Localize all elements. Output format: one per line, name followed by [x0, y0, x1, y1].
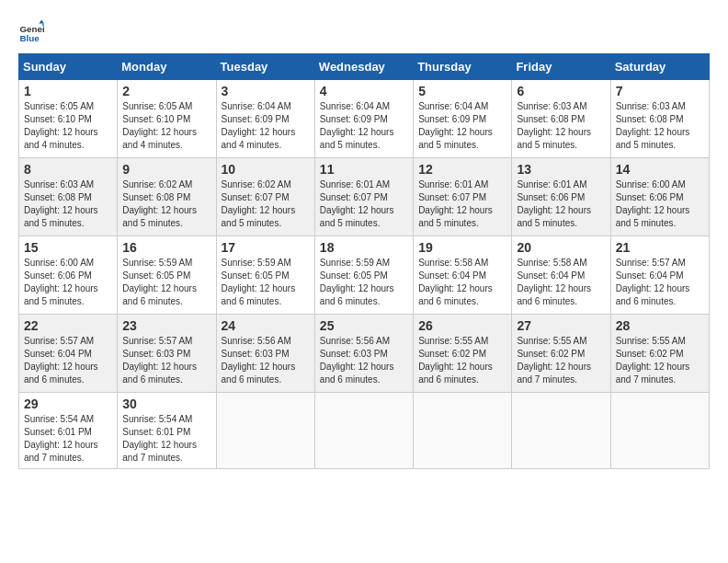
- calendar-cell: 15 Sunrise: 6:00 AM Sunset: 6:06 PM Dayl…: [19, 236, 118, 315]
- day-number: 14: [616, 162, 704, 177]
- calendar-cell: [512, 393, 610, 469]
- calendar-cell: 14 Sunrise: 6:00 AM Sunset: 6:06 PM Dayl…: [610, 158, 709, 236]
- calendar-cell: 22 Sunrise: 5:57 AM Sunset: 6:04 PM Dayl…: [19, 315, 118, 393]
- day-number: 5: [418, 84, 506, 98]
- day-number: 23: [122, 318, 210, 333]
- calendar-cell: 21 Sunrise: 5:57 AM Sunset: 6:04 PM Dayl…: [610, 236, 709, 315]
- day-info: Sunrise: 5:57 AM Sunset: 6:04 PM Dayligh…: [616, 257, 704, 308]
- calendar-cell: 26 Sunrise: 5:55 AM Sunset: 6:02 PM Dayl…: [414, 315, 512, 393]
- day-info: Sunrise: 5:55 AM Sunset: 6:02 PM Dayligh…: [517, 335, 605, 386]
- week-row-4: 22 Sunrise: 5:57 AM Sunset: 6:04 PM Dayl…: [19, 315, 710, 393]
- header-tuesday: Tuesday: [216, 54, 314, 80]
- day-number: 13: [517, 162, 605, 177]
- day-number: 6: [517, 84, 605, 98]
- day-info: Sunrise: 5:57 AM Sunset: 6:04 PM Dayligh…: [24, 335, 112, 386]
- week-row-1: 1 Sunrise: 6:05 AM Sunset: 6:10 PM Dayli…: [19, 80, 710, 158]
- day-number: 21: [616, 240, 704, 255]
- day-number: 11: [320, 162, 408, 177]
- calendar-cell: 11 Sunrise: 6:01 AM Sunset: 6:07 PM Dayl…: [314, 158, 413, 236]
- day-number: 7: [616, 84, 704, 98]
- header-monday: Monday: [118, 54, 216, 80]
- calendar-cell: 5 Sunrise: 6:04 AM Sunset: 6:09 PM Dayli…: [414, 80, 512, 158]
- day-info: Sunrise: 6:04 AM Sunset: 6:09 PM Dayligh…: [222, 100, 310, 152]
- calendar-cell: 19 Sunrise: 5:58 AM Sunset: 6:04 PM Dayl…: [414, 236, 512, 315]
- day-info: Sunrise: 5:55 AM Sunset: 6:02 PM Dayligh…: [418, 335, 506, 386]
- calendar-cell: [414, 393, 512, 469]
- day-number: 16: [122, 240, 210, 255]
- day-number: 9: [122, 162, 210, 177]
- svg-text:Blue: Blue: [19, 33, 40, 43]
- day-info: Sunrise: 6:05 AM Sunset: 6:10 PM Dayligh…: [122, 100, 210, 152]
- day-info: Sunrise: 6:04 AM Sunset: 6:09 PM Dayligh…: [418, 100, 506, 152]
- day-info: Sunrise: 6:01 AM Sunset: 6:06 PM Dayligh…: [517, 178, 605, 230]
- day-info: Sunrise: 5:55 AM Sunset: 6:02 PM Dayligh…: [616, 335, 704, 386]
- page-header: General Blue: [18, 18, 710, 44]
- day-number: 12: [418, 162, 506, 177]
- calendar-cell: 7 Sunrise: 6:03 AM Sunset: 6:08 PM Dayli…: [610, 80, 709, 158]
- calendar-cell: 2 Sunrise: 6:05 AM Sunset: 6:10 PM Dayli…: [118, 80, 216, 158]
- day-info: Sunrise: 5:58 AM Sunset: 6:04 PM Dayligh…: [418, 257, 506, 308]
- day-number: 24: [222, 318, 310, 333]
- calendar-cell: 6 Sunrise: 6:03 AM Sunset: 6:08 PM Dayli…: [512, 80, 610, 158]
- header-thursday: Thursday: [414, 54, 512, 80]
- day-number: 28: [616, 318, 704, 333]
- svg-marker-2: [39, 19, 44, 23]
- header-saturday: Saturday: [610, 54, 709, 80]
- calendar-cell: 1 Sunrise: 6:05 AM Sunset: 6:10 PM Dayli…: [19, 80, 118, 158]
- week-row-5: 29 Sunrise: 5:54 AM Sunset: 6:01 PM Dayl…: [19, 393, 710, 469]
- day-info: Sunrise: 6:05 AM Sunset: 6:10 PM Dayligh…: [24, 100, 112, 152]
- logo-icon: General Blue: [18, 18, 44, 44]
- calendar-cell: 12 Sunrise: 6:01 AM Sunset: 6:07 PM Dayl…: [414, 158, 512, 236]
- calendar-cell: 17 Sunrise: 5:59 AM Sunset: 6:05 PM Dayl…: [216, 236, 314, 315]
- header-sunday: Sunday: [19, 54, 118, 80]
- day-info: Sunrise: 5:56 AM Sunset: 6:03 PM Dayligh…: [222, 335, 310, 386]
- day-info: Sunrise: 6:00 AM Sunset: 6:06 PM Dayligh…: [24, 257, 112, 308]
- calendar-cell: 25 Sunrise: 5:56 AM Sunset: 6:03 PM Dayl…: [314, 315, 413, 393]
- day-number: 10: [222, 162, 310, 177]
- day-info: Sunrise: 6:02 AM Sunset: 6:08 PM Dayligh…: [122, 178, 210, 230]
- calendar-cell: 8 Sunrise: 6:03 AM Sunset: 6:08 PM Dayli…: [19, 158, 118, 236]
- day-number: 30: [122, 396, 210, 411]
- day-info: Sunrise: 6:02 AM Sunset: 6:07 PM Dayligh…: [222, 178, 310, 230]
- calendar-cell: 27 Sunrise: 5:55 AM Sunset: 6:02 PM Dayl…: [512, 315, 610, 393]
- day-info: Sunrise: 6:00 AM Sunset: 6:06 PM Dayligh…: [616, 178, 704, 230]
- day-info: Sunrise: 6:01 AM Sunset: 6:07 PM Dayligh…: [418, 178, 506, 230]
- week-row-2: 8 Sunrise: 6:03 AM Sunset: 6:08 PM Dayli…: [19, 158, 710, 236]
- calendar-cell: [216, 393, 314, 469]
- day-number: 8: [24, 162, 112, 177]
- calendar-cell: 3 Sunrise: 6:04 AM Sunset: 6:09 PM Dayli…: [216, 80, 314, 158]
- calendar-cell: 16 Sunrise: 5:59 AM Sunset: 6:05 PM Dayl…: [118, 236, 216, 315]
- day-info: Sunrise: 6:04 AM Sunset: 6:09 PM Dayligh…: [320, 100, 408, 152]
- logo: General Blue: [18, 18, 48, 44]
- calendar-cell: 4 Sunrise: 6:04 AM Sunset: 6:09 PM Dayli…: [314, 80, 413, 158]
- day-number: 4: [320, 84, 408, 98]
- calendar-cell: 9 Sunrise: 6:02 AM Sunset: 6:08 PM Dayli…: [118, 158, 216, 236]
- day-number: 15: [24, 240, 112, 255]
- calendar-cell: 28 Sunrise: 5:55 AM Sunset: 6:02 PM Dayl…: [610, 315, 709, 393]
- calendar-cell: 23 Sunrise: 5:57 AM Sunset: 6:03 PM Dayl…: [118, 315, 216, 393]
- day-info: Sunrise: 5:59 AM Sunset: 6:05 PM Dayligh…: [122, 257, 210, 308]
- day-info: Sunrise: 6:03 AM Sunset: 6:08 PM Dayligh…: [616, 100, 704, 152]
- day-info: Sunrise: 5:59 AM Sunset: 6:05 PM Dayligh…: [320, 257, 408, 308]
- header-row: SundayMondayTuesdayWednesdayThursdayFrid…: [19, 54, 710, 80]
- day-number: 2: [122, 84, 210, 98]
- day-info: Sunrise: 6:03 AM Sunset: 6:08 PM Dayligh…: [24, 178, 112, 230]
- calendar-cell: 30 Sunrise: 5:54 AM Sunset: 6:01 PM Dayl…: [118, 393, 216, 469]
- day-info: Sunrise: 5:59 AM Sunset: 6:05 PM Dayligh…: [222, 257, 310, 308]
- day-number: 18: [320, 240, 408, 255]
- calendar-cell: [314, 393, 413, 469]
- day-info: Sunrise: 6:01 AM Sunset: 6:07 PM Dayligh…: [320, 178, 408, 230]
- day-number: 17: [222, 240, 310, 255]
- calendar-table: SundayMondayTuesdayWednesdayThursdayFrid…: [18, 53, 710, 469]
- calendar-cell: 13 Sunrise: 6:01 AM Sunset: 6:06 PM Dayl…: [512, 158, 610, 236]
- day-number: 1: [24, 84, 112, 98]
- day-info: Sunrise: 5:54 AM Sunset: 6:01 PM Dayligh…: [24, 413, 112, 465]
- day-number: 29: [24, 396, 112, 411]
- day-number: 3: [222, 84, 310, 98]
- day-info: Sunrise: 6:03 AM Sunset: 6:08 PM Dayligh…: [517, 100, 605, 152]
- day-number: 26: [418, 318, 506, 333]
- day-number: 22: [24, 318, 112, 333]
- calendar-cell: 10 Sunrise: 6:02 AM Sunset: 6:07 PM Dayl…: [216, 158, 314, 236]
- calendar-cell: 24 Sunrise: 5:56 AM Sunset: 6:03 PM Dayl…: [216, 315, 314, 393]
- day-number: 19: [418, 240, 506, 255]
